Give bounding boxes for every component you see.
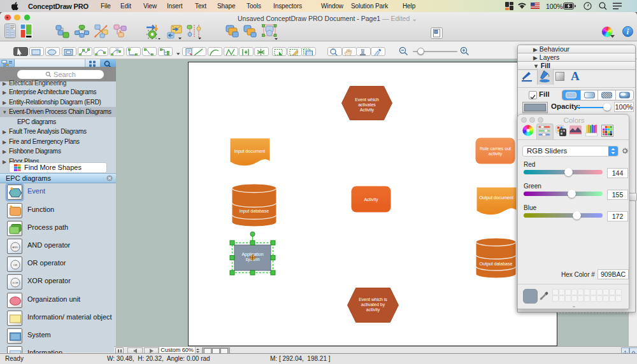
svg-text:Event which is: Event which is [359,297,387,302]
svg-text:Activity: Activity [359,108,374,113]
svg-text:activates: activates [358,102,376,107]
svg-text:Output database: Output database [480,262,513,267]
svg-text:Output document: Output document [479,195,513,200]
svg-text:XOR: XOR [12,281,18,284]
svg-text:AND: AND [12,246,18,249]
svg-text:activity: activity [489,151,503,157]
svg-text:Activity: Activity [364,197,378,202]
svg-text:Role carries out: Role carries out [480,146,511,151]
svg-text:activity: activity [366,307,380,312]
svg-text:activated by: activated by [361,302,385,307]
svg-text:OR: OR [13,263,18,267]
svg-text:Input document: Input document [234,149,265,154]
svg-text:Event which: Event which [355,97,379,102]
svg-text:Input database: Input database [240,209,269,214]
